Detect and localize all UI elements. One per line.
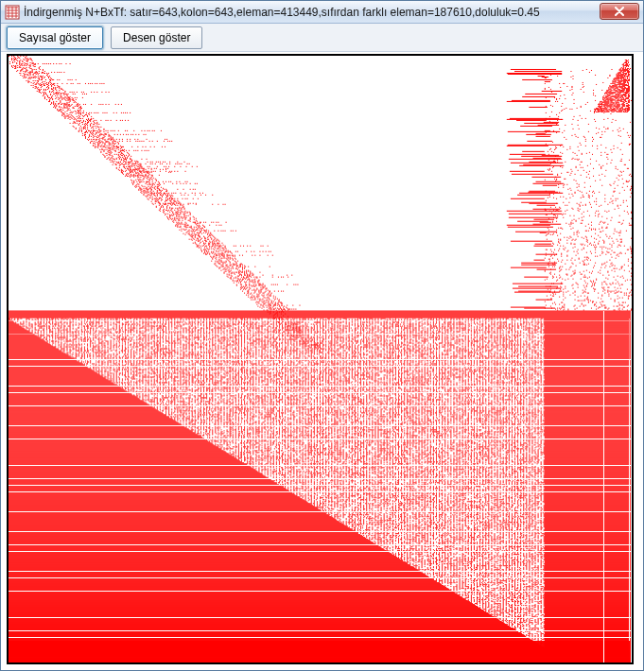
titlebar: İndirgenmiş N+BxTf: satır=643,kolon=643,… [1,1,643,24]
window-title: İndirgenmiş N+BxTf: satır=643,kolon=643,… [24,6,540,19]
close-button[interactable] [600,3,639,20]
matrix-spy-plot [9,56,632,662]
pattern-show-button[interactable]: Desen göster [111,26,202,49]
app-icon [5,5,20,20]
canvas-area [1,52,643,670]
numeric-show-button[interactable]: Sayısal göster [7,26,103,49]
app-window: İndirgenmiş N+BxTf: satır=643,kolon=643,… [0,0,644,671]
toolbar: Sayısal göster Desen göster [1,24,643,52]
close-icon [614,7,625,16]
plot-frame [7,54,634,664]
